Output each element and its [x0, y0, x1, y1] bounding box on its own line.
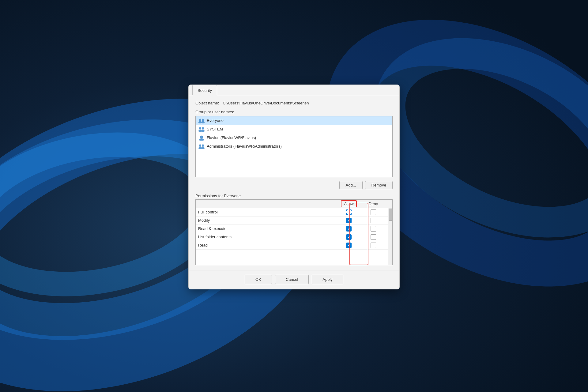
svg-point-17: [202, 144, 204, 146]
permissions-list: Full control Modify ✓: [196, 208, 392, 265]
perm-list-folder-allow[interactable]: ✓: [337, 234, 361, 240]
scrollbar[interactable]: [388, 208, 392, 265]
group-item-administrators[interactable]: Administrators (FlaviusWR\Administrators…: [196, 142, 392, 151]
group-everyone-label: Everyone: [207, 118, 224, 123]
perm-list-folder-deny[interactable]: [361, 234, 386, 240]
perm-list-folder-label: List folder contents: [198, 235, 337, 239]
svg-point-7: [202, 119, 204, 121]
permissions-header: Allow Deny: [196, 200, 392, 208]
svg-point-11: [202, 127, 204, 129]
ok-button[interactable]: OK: [245, 275, 272, 284]
perm-read-execute-allow[interactable]: ✓: [337, 226, 361, 232]
perm-row-read: Read ✓: [196, 241, 392, 250]
svg-point-13: [201, 130, 205, 132]
group-item-everyone[interactable]: Everyone: [196, 116, 392, 125]
svg-point-15: [199, 138, 204, 140]
apply-button[interactable]: Apply: [312, 275, 343, 284]
perm-full-control-label: Full control: [198, 210, 337, 214]
permissions-label: Permissions for Everyone: [195, 194, 393, 198]
svg-point-14: [200, 135, 203, 138]
group-section-label: Group or user names:: [195, 110, 393, 114]
perm-row-modify: Modify ✓: [196, 217, 392, 225]
group-system-label: SYSTEM: [207, 127, 223, 131]
perm-row-read-execute: Read & execute ✓: [196, 225, 392, 233]
tab-security[interactable]: Security: [192, 85, 217, 95]
dialog-footer: OK Cancel Apply: [189, 270, 399, 289]
permissions-section: Allow Deny Full control: [195, 199, 393, 265]
cancel-button[interactable]: Cancel: [275, 275, 309, 284]
perm-allow-header: Allow: [337, 202, 361, 206]
perm-full-control-deny[interactable]: [361, 209, 386, 215]
svg-point-10: [199, 127, 201, 129]
perm-deny-header: Deny: [361, 202, 386, 206]
svg-point-16: [199, 144, 201, 146]
remove-button[interactable]: Remove: [365, 181, 393, 189]
add-button[interactable]: Add...: [339, 181, 363, 189]
group-flavius-label: Flavius (FlaviusWR\Flavius): [207, 135, 256, 140]
group-item-flavius[interactable]: Flavius (FlaviusWR\Flavius): [196, 134, 392, 142]
group-admins-icon: [198, 144, 205, 149]
security-dialog: Security Object name: C:\Users\Flavius\O…: [188, 85, 400, 289]
group-item-system[interactable]: SYSTEM: [196, 125, 392, 134]
svg-point-19: [201, 147, 205, 149]
perm-modify-deny[interactable]: [361, 218, 386, 223]
scrollbar-thumb[interactable]: [389, 209, 392, 221]
object-name-label: Object name:: [195, 101, 219, 105]
object-name-value: C:\Users\Flavius\OneDrive\Documents\Scfe…: [223, 101, 309, 105]
perm-read-deny[interactable]: [361, 243, 386, 248]
svg-point-9: [201, 121, 205, 123]
perm-read-execute-label: Read & execute: [198, 226, 337, 231]
perm-read-label: Read: [198, 243, 337, 247]
object-name-row: Object name: C:\Users\Flavius\OneDrive\D…: [195, 101, 393, 105]
perm-full-control-allow[interactable]: [337, 209, 361, 215]
group-action-buttons: Add... Remove: [195, 181, 393, 189]
group-list[interactable]: Everyone SYSTEM Flavius (FlaviusWR\Flavi…: [195, 116, 393, 177]
group-everyone-icon: [198, 118, 205, 123]
perm-read-allow[interactable]: ✓: [337, 243, 361, 248]
svg-point-6: [199, 119, 201, 121]
group-admins-label: Administrators (FlaviusWR\Administrators…: [207, 144, 282, 149]
perm-row-list-folder: List folder contents ✓: [196, 233, 392, 241]
perm-modify-allow[interactable]: ✓: [337, 218, 361, 223]
perm-row-full-control: Full control: [196, 208, 392, 217]
perm-read-execute-deny[interactable]: [361, 226, 386, 232]
dialog-body: Object name: C:\Users\Flavius\OneDrive\D…: [189, 95, 399, 270]
tab-bar: Security: [189, 85, 399, 95]
perm-modify-label: Modify: [198, 218, 337, 223]
group-flavius-icon: [198, 135, 205, 141]
group-system-icon: [198, 126, 205, 132]
